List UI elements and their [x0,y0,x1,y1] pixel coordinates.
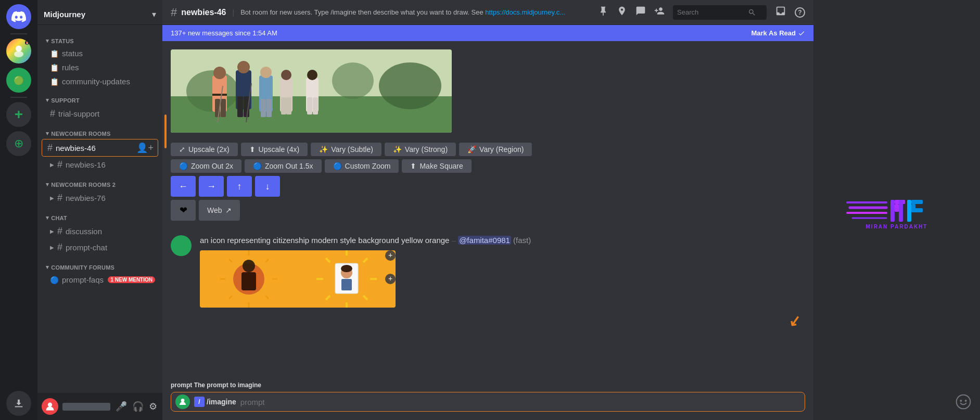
inbox-icon[interactable] [775,5,786,19]
docs-link[interactable]: https://docs.midjourney.c... [485,8,565,16]
add-member-icon[interactable]: 👤+ [136,142,154,154]
emoji-icon[interactable] [955,393,972,412]
channel-newbies-16[interactable]: ▶ # newbies-16 [42,157,158,173]
svg-point-14 [237,61,250,73]
header-icons: ? [598,5,805,20]
svg-rect-19 [261,99,266,117]
add-server-button[interactable]: + [6,102,31,127]
svg-point-74 [957,395,971,409]
web-button[interactable]: Web ↗ [199,200,240,221]
svg-rect-67 [895,204,899,212]
svg-point-76 [965,400,967,402]
messages-area[interactable]: 137+ new messages since 1:54 AM Mark As … [162,25,813,377]
message-2-avatar [171,235,192,256]
category-chat[interactable]: ▾ CHAT [37,206,162,223]
upscale-4x-button[interactable]: ⬆ Upscale (4x) [241,143,308,156]
svg-rect-69 [907,200,911,222]
user-panel: ████████ 🎤 🎧 ⚙ [37,393,162,420]
svg-rect-68 [899,200,903,222]
upscale-2x-icon: ⤢ [179,145,185,154]
server-dropdown-arrow[interactable]: ▾ [152,9,156,19]
arrow-up-button[interactable]: ↑ [227,176,252,197]
channel-newbies-76[interactable]: ▶ # newbies-76 [42,190,158,206]
help-icon[interactable]: ? [795,7,805,18]
channel-trial-support[interactable]: # trial-support [42,106,158,122]
channel-prompt-chat[interactable]: ▶ # prompt-chat [42,239,158,256]
prompt-hint-text: The prompt to imagine [194,381,261,389]
golf-image-container [171,49,452,133]
channel-rules[interactable]: 📋 rules [42,60,158,74]
svg-text:+: + [388,251,392,259]
arrow-buttons-row: ← → ↑ ↓ [171,176,805,197]
mention-badge: 1 NEW MENTION [108,276,155,283]
guild-midjourney-icon[interactable]: 1 [6,39,31,63]
discord-home-button[interactable] [6,4,31,29]
category-collapse-arrow: ▾ [46,37,49,44]
channel-discussion[interactable]: ▶ # discussion [42,223,158,239]
make-square-button[interactable]: ⬆ Make Square [402,159,471,173]
search-bar[interactable] [673,5,767,20]
heart-button[interactable]: ❤ [171,200,196,221]
mute-mic-button[interactable]: 🎤 [114,400,128,413]
icon-bar-divider-2 [10,97,27,98]
custom-zoom-button[interactable]: 🔵 Custom Zoom [325,159,399,173]
svg-rect-65 [890,200,895,222]
svg-rect-15 [237,96,243,117]
channel-community-updates[interactable]: 📋 community-updates [42,74,158,88]
svg-rect-12 [212,94,227,96]
message-separator: – [452,236,459,245]
arrow-right-button[interactable]: → [199,176,224,197]
vary-subtle-button[interactable]: ✨ Vary (Subtle) [311,143,381,156]
channel-status[interactable]: 📋 status [42,46,158,60]
channel-hash-icon: # [50,108,55,119]
zoom-out-1-5x-button[interactable]: 🔵 Zoom Out 1.5x [245,159,322,173]
threads-icon[interactable] [635,6,646,19]
action-buttons-row1: ⤢ Upscale (2x) ⬆ Upscale (4x) ✨ Vary (Su… [171,143,805,156]
user-settings-button[interactable]: ⚙ [148,400,158,413]
category-support[interactable]: ▾ SUPPORT [37,88,162,106]
category-community-forums[interactable]: ▾ COMMUNITY FORUMS [37,256,162,273]
upscale-2x-button[interactable]: ⤢ Upscale (2x) [171,143,238,156]
message-1: ⤢ Upscale (2x) ⬆ Upscale (4x) ✨ Vary (Su… [162,41,813,225]
svg-point-26 [307,70,317,80]
explore-public-servers-button[interactable]: ⊕ [6,131,31,156]
svg-point-18 [260,67,272,78]
search-input[interactable] [677,8,745,16]
vary-region-button[interactable]: 🚀 Vary (Region) [459,143,532,156]
vary-strong-icon: ✨ [393,145,402,154]
icon-bar-divider [10,33,27,34]
category-newcomer-rooms[interactable]: ▾ NEWCOMER ROOMS [37,122,162,139]
username-display: ████████ [62,403,110,411]
channel-prompt-faqs[interactable]: 🔵 prompt-faqs 1 NEW MENTION [42,273,158,287]
channel-community-updates-name: community-updates [62,77,154,86]
mark-as-read-button[interactable]: Mark As Read [752,29,806,37]
arrow-down-button[interactable]: ↓ [255,176,280,197]
add-member-header-icon[interactable] [654,6,665,19]
category-newcomer-rooms-2[interactable]: ▾ NEWCOMER ROOMS 2 [37,173,162,190]
user-controls: 🎤 🎧 ⚙ [114,400,158,413]
zoom-out-2x-button[interactable]: 🔵 Zoom Out 2x [171,159,241,173]
category-support-collapse: ▾ [46,97,49,104]
command-input[interactable] [240,398,796,406]
main-content: # newbies-46 | Bot room for new users. T… [162,0,813,420]
channel-header-name: newbies-46 [181,8,226,17]
deafen-button[interactable]: 🎧 [131,400,145,413]
category-status[interactable]: ▾ STATUS [37,29,162,46]
extra-buttons-row: ❤ Web ↗ [171,200,805,221]
svg-point-22 [281,70,291,80]
svg-point-60 [181,399,185,402]
guild-green-icon[interactable]: 🟢 [6,68,31,93]
svg-point-0 [16,46,22,52]
vary-strong-button[interactable]: ✨ Vary (Strong) [385,143,456,156]
channel-newbies-46[interactable]: # newbies-46 👤+ [42,139,158,157]
svg-point-75 [960,400,962,402]
server-header[interactable]: Midjourney ▾ [37,0,162,25]
vary-subtle-icon: ✨ [319,145,328,154]
pin-icon[interactable] [598,6,608,19]
category-newcomer2-collapse: ▾ [46,181,49,188]
pin-icon-2[interactable] [617,6,627,19]
arrow-left-button[interactable]: ← [171,176,196,197]
citizenship-image-container: + + [200,250,396,308]
download-apps-button[interactable] [6,391,31,416]
channel-newbies-46-name: newbies-46 [56,144,133,152]
